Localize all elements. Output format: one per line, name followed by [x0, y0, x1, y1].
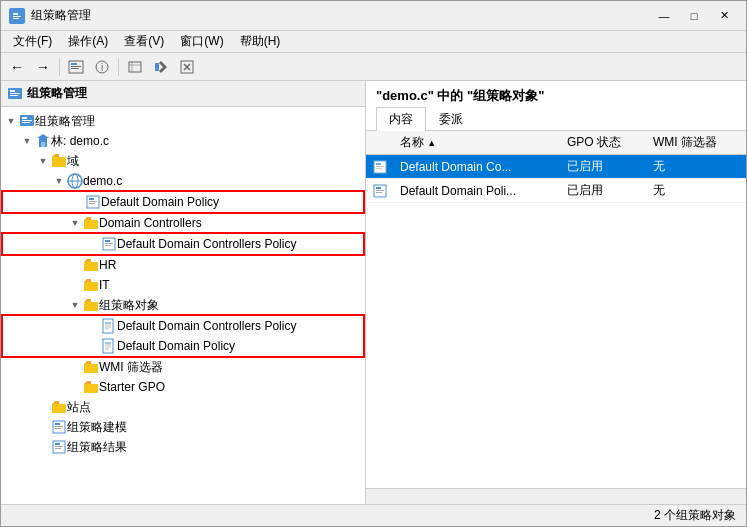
tree-sites-icon [51, 399, 67, 415]
expand-root[interactable]: ▼ [3, 113, 19, 129]
toolbar-btn-4[interactable] [149, 56, 173, 78]
tree-ddcp-label: Default Domain Controllers Policy [117, 237, 296, 251]
left-panel-title: 组策略管理 [27, 85, 87, 102]
tree-forest-icon [35, 133, 51, 149]
table-row[interactable]: Default Domain Poli... 已启用 无 [366, 179, 746, 203]
tree-domain-controllers[interactable]: ▼ Domain Controllers [1, 213, 365, 233]
tree-gpo-icon-2 [101, 236, 117, 252]
expand-gpo-container[interactable]: ▼ [67, 297, 83, 313]
menu-view[interactable]: 查看(V) [116, 31, 172, 52]
tree-default-domain-policy[interactable]: Default Domain Policy [3, 192, 363, 212]
svg-rect-5 [71, 63, 77, 65]
svg-rect-18 [10, 90, 15, 92]
table-row[interactable]: Default Domain Co... 已启用 无 [366, 155, 746, 179]
tree-domain-demo[interactable]: ▼ demo.c [1, 171, 365, 191]
horizontal-scrollbar[interactable] [366, 488, 746, 504]
svg-text:i: i [101, 62, 103, 73]
col-status-header[interactable]: GPO 状态 [561, 131, 647, 155]
tab-content[interactable]: 内容 [376, 107, 426, 131]
close-button[interactable]: ✕ [710, 6, 738, 26]
tree-dc-label: Domain Controllers [99, 216, 202, 230]
svg-rect-47 [103, 319, 113, 333]
forward-button[interactable]: → [31, 56, 55, 78]
col-icon-header [366, 131, 394, 155]
col-wmi-header[interactable]: WMI 筛选器 [647, 131, 746, 155]
toolbar-separator-1 [59, 58, 60, 76]
tree-starter-icon [83, 379, 99, 395]
svg-rect-38 [105, 240, 110, 242]
menu-file[interactable]: 文件(F) [5, 31, 60, 52]
menu-action[interactable]: 操作(A) [60, 31, 116, 52]
gp-management-icon [7, 86, 23, 102]
tree-policy-ddp[interactable]: Default Domain Policy [3, 336, 363, 356]
tree-domains[interactable]: ▼ 域 [1, 151, 365, 171]
tree-policy-ddcp-label: Default Domain Controllers Policy [117, 319, 296, 333]
toolbar-btn-3[interactable] [123, 56, 147, 78]
toolbar-btn-5[interactable] [175, 56, 199, 78]
svg-rect-68 [55, 443, 60, 445]
back-button[interactable]: ← [5, 56, 29, 78]
tree-forest[interactable]: ▼ 林: demo.c [1, 131, 365, 151]
tree-gpo-icon-1 [85, 194, 101, 210]
toolbar-btn-2[interactable]: i [90, 56, 114, 78]
expand-ddp [69, 194, 85, 210]
expand-domains[interactable]: ▼ [35, 153, 51, 169]
maximize-button[interactable]: □ [680, 6, 708, 26]
tree-root-label: 组策略管理 [35, 113, 95, 130]
row-gpo-icon-1 [372, 159, 388, 175]
expand-results [35, 439, 51, 455]
left-panel-header: 组策略管理 [1, 81, 365, 107]
tree-hr[interactable]: HR [1, 255, 365, 275]
tree-sites-label: 站点 [67, 399, 91, 416]
svg-rect-3 [13, 18, 19, 19]
tree-policy-ddcp[interactable]: Default Domain Controllers Policy [3, 316, 363, 336]
svg-rect-27 [52, 157, 58, 160]
minimize-button[interactable]: — [650, 6, 678, 26]
svg-rect-24 [22, 122, 30, 123]
expand-hr [67, 257, 83, 273]
tree-results[interactable]: 组策略结果 [1, 437, 365, 457]
svg-rect-22 [22, 117, 27, 119]
tree-gpo-container[interactable]: ▼ 组策略对象 [1, 295, 365, 315]
row-icon-cell-1 [366, 155, 394, 179]
expand-forest[interactable]: ▼ [19, 133, 35, 149]
table-header-row: 名称 ▲ GPO 状态 WMI 筛选器 [366, 131, 746, 155]
expand-it [67, 277, 83, 293]
tree-modeling[interactable]: 组策略建模 [1, 417, 365, 437]
tree: ▼ 组策略管理 ▼ 林: demo.c [1, 107, 365, 461]
svg-rect-52 [103, 339, 113, 353]
window-title: 组策略管理 [31, 7, 91, 24]
svg-rect-65 [55, 426, 63, 427]
menu-bar: 文件(F) 操作(A) 查看(V) 窗口(W) 帮助(H) [1, 31, 746, 53]
tree-sites[interactable]: 站点 [1, 397, 365, 417]
tree-root[interactable]: ▼ 组策略管理 [1, 111, 365, 131]
row-status-cell-2: 已启用 [561, 179, 647, 203]
title-bar-left: 组策略管理 [9, 7, 91, 24]
tree-hr-label: HR [99, 258, 116, 272]
tree-it[interactable]: IT [1, 275, 365, 295]
toolbar-btn-1[interactable] [64, 56, 88, 78]
svg-rect-62 [52, 404, 58, 407]
app-icon [9, 8, 25, 24]
svg-rect-40 [105, 245, 111, 246]
svg-rect-58 [84, 364, 90, 367]
expand-dc[interactable]: ▼ [67, 215, 83, 231]
expand-domain-demo[interactable]: ▼ [51, 173, 67, 189]
menu-window[interactable]: 窗口(W) [172, 31, 231, 52]
row-wmi-cell-2: 无 [647, 179, 746, 203]
toolbar-separator-2 [118, 58, 119, 76]
right-panel: "demo.c" 中的 "组策略对象" 内容 委派 名称 ▲ GPO 状态 WM… [366, 81, 746, 504]
tree-starter-gpo[interactable]: Starter GPO [1, 377, 365, 397]
menu-help[interactable]: 帮助(H) [232, 31, 289, 52]
tree-results-label: 组策略结果 [67, 439, 127, 456]
expand-starter [67, 379, 83, 395]
tree-modeling-icon [51, 419, 67, 435]
tree-wmi[interactable]: WMI 筛选器 [1, 357, 365, 377]
tree-ddcp[interactable]: Default Domain Controllers Policy [3, 234, 363, 254]
svg-rect-39 [105, 243, 113, 244]
col-name-header[interactable]: 名称 ▲ [394, 131, 561, 155]
tab-delegate[interactable]: 委派 [426, 107, 476, 131]
expand-modeling [35, 419, 51, 435]
svg-rect-13 [155, 63, 159, 71]
tree-dc-folder-icon [83, 215, 99, 231]
